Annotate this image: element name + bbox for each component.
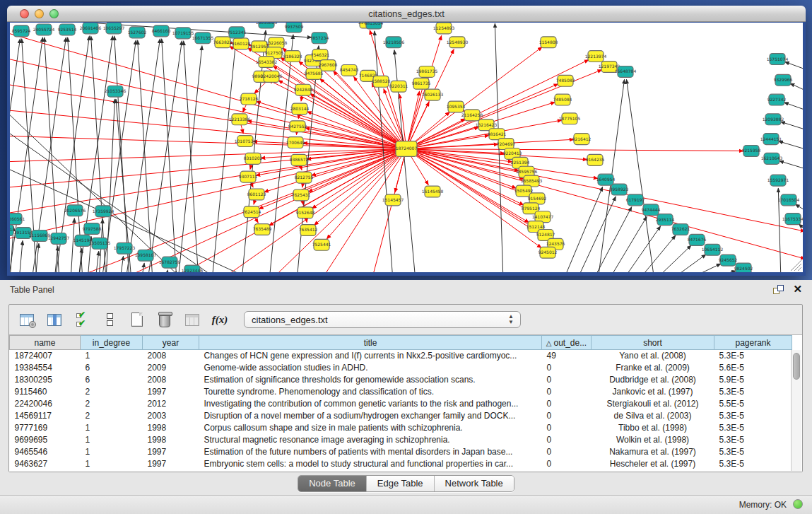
yellow-node[interactable]: 18775105 — [559, 113, 581, 124]
tab-network-table[interactable]: Network Table — [434, 476, 514, 491]
teal-node[interactable]: 10719155 — [172, 28, 194, 39]
citation-edge-black[interactable] — [563, 187, 603, 272]
yellow-node[interactable]: 8220311 — [389, 81, 408, 92]
table-cell[interactable]: 2 — [81, 398, 143, 410]
citation-edge-black[interactable] — [799, 224, 803, 229]
table-row[interactable]: 969969511998Structural magnetic resonanc… — [10, 434, 792, 446]
table-cell[interactable]: Disruption of a novel member of a sodium… — [199, 410, 542, 422]
yellow-node[interactable]: 12548930 — [447, 37, 469, 48]
table-cell[interactable]: 5.3E-5 — [714, 422, 792, 434]
yellow-node[interactable]: 7525441 — [312, 239, 331, 250]
table-cell[interactable]: 1 — [81, 458, 143, 470]
table-row[interactable]: 1830029562008Estimation of significance … — [10, 374, 792, 386]
yellow-node[interactable]: 2718126 — [240, 93, 259, 105]
teal-node[interactable]: 8595724 — [12, 25, 31, 37]
teal-node[interactable]: 17016504 — [778, 194, 800, 206]
table-row[interactable]: 1456911722003Disruption of a novel membe… — [10, 410, 792, 422]
yellow-node[interactable]: 15145457 — [382, 194, 404, 206]
table-cell[interactable]: 18300295 — [10, 374, 81, 386]
teal-node[interactable]: 16782759 — [159, 257, 181, 268]
column-header-pagerank[interactable]: pagerank — [714, 336, 792, 350]
yellow-node[interactable]: 1588520 — [372, 76, 391, 87]
table-row[interactable]: 911546021997Tourette syndrome. Phenomeno… — [10, 386, 792, 398]
citation-edge-red[interactable] — [148, 148, 406, 272]
teal-node[interactable]: 9824502 — [734, 263, 753, 272]
yellow-node[interactable]: 8216412 — [572, 134, 592, 145]
select-rows-icon[interactable]: ✔ ✔ — [73, 310, 91, 329]
table-cell[interactable]: 2 — [81, 410, 143, 422]
teal-node[interactable]: 9797588 — [83, 223, 102, 235]
close-panel-icon[interactable]: ✕ — [793, 283, 802, 296]
yellow-node[interactable]: 8601123 — [247, 189, 266, 200]
table-cell[interactable]: 1 — [81, 350, 143, 362]
scrollbar-thumb[interactable] — [793, 353, 800, 380]
yellow-node[interactable]: 9386572 — [290, 154, 309, 165]
citation-edge-black[interactable] — [10, 107, 213, 272]
table-cell[interactable]: Tibbo et al. (1998) — [592, 422, 714, 434]
column-header-in_degree[interactable]: in_degree — [81, 336, 143, 350]
teal-node[interactable]: 19218506 — [383, 37, 405, 48]
table-cell[interactable]: Investigating the contribution of common… — [199, 398, 542, 410]
table-row[interactable]: 2242004622012Investigating the contribut… — [10, 398, 792, 410]
table-cell[interactable]: 9115460 — [10, 386, 81, 398]
teal-node[interactable]: 7512345 — [228, 27, 247, 38]
teal-node[interactable]: 10655297 — [103, 23, 125, 34]
table-row[interactable]: 946362711997Embryonic stem cells: a mode… — [10, 458, 792, 470]
citation-edge-black[interactable] — [784, 62, 803, 69]
table-cell[interactable]: Structural magnetic resonance image aver… — [199, 434, 542, 446]
table-cell[interactable]: 1997 — [143, 446, 199, 458]
table-cell[interactable]: 0 — [542, 362, 592, 374]
citation-edge-black[interactable] — [623, 226, 661, 272]
teal-node[interactable]: 1527602 — [128, 27, 147, 38]
table-cell[interactable]: 5.3E-5 — [714, 434, 792, 446]
table-row[interactable]: 946554611997Estimation of the future num… — [10, 446, 792, 458]
teal-node[interactable]: 15751074 — [767, 54, 789, 65]
citation-edge-black[interactable] — [120, 256, 124, 272]
table-cell[interactable]: 0 — [542, 458, 592, 470]
yellow-node[interactable]: 9861735 — [412, 78, 431, 89]
citation-edge-black[interactable] — [638, 235, 676, 272]
table-cell[interactable]: 0 — [542, 434, 592, 446]
teal-node[interactable]: 17957223 — [114, 243, 136, 254]
yellow-node[interactable]: 8212755 — [295, 172, 314, 183]
table-cell[interactable]: Dudbridge et al. (2008) — [592, 374, 714, 386]
network-canvas[interactable]: 1872400776638229160128891295413226058912… — [10, 23, 803, 272]
teal-node[interactable]: 8466160 — [152, 25, 171, 37]
citation-network-graph[interactable]: 1872400776638229160128891295413226058912… — [10, 23, 803, 272]
yellow-node[interactable]: 7485084 — [553, 94, 572, 105]
citation-edge-black[interactable] — [162, 39, 177, 272]
teal-node[interactable]: 9329966 — [774, 74, 793, 86]
yellow-node[interactable]: 8310202 — [244, 153, 263, 164]
table-cell[interactable]: 2009 — [143, 362, 199, 374]
yellow-node[interactable]: 1154808 — [539, 37, 558, 48]
table-cell[interactable]: Estimation of the future numbers of pati… — [199, 446, 542, 458]
yellow-node[interactable]: 7663822 — [213, 37, 233, 48]
citation-edge-black[interactable] — [91, 36, 106, 272]
citation-edge-black[interactable] — [795, 204, 803, 210]
teal-node[interactable]: 9245652 — [719, 255, 738, 266]
teal-node[interactable]: 12444151 — [760, 134, 782, 145]
function-builder-icon[interactable]: f(x) — [211, 310, 229, 329]
yellow-node[interactable]: 7485083 — [556, 75, 575, 86]
citation-edge-black[interactable] — [71, 218, 74, 272]
table-cell[interactable]: 14569117 — [10, 410, 81, 422]
yellow-node[interactable]: 7635489 — [253, 224, 272, 235]
citation-edge-black[interactable] — [165, 270, 168, 272]
teal-node[interactable]: 2935114 — [656, 214, 675, 226]
tab-edge-table[interactable]: Edge Table — [366, 476, 434, 491]
yellow-node[interactable]: 9475685 — [305, 68, 324, 79]
teal-node[interactable]: 24055724 — [33, 24, 55, 35]
table-cell[interactable]: Franke et al. (2009) — [592, 362, 714, 374]
citation-edge-red[interactable] — [10, 148, 406, 162]
citation-edge-black[interactable] — [670, 255, 706, 272]
table-cell[interactable]: 6 — [81, 362, 143, 374]
citation-edge-black[interactable] — [608, 216, 647, 272]
table-select-dropdown[interactable]: citations_edges.txt ▲▼ — [244, 311, 521, 328]
network-window-titlebar[interactable]: citations_edges.txt — [7, 6, 806, 22]
citation-edge-red[interactable] — [10, 148, 406, 245]
teal-node[interactable]: 9474444 — [642, 204, 661, 216]
yellow-node[interactable]: 9160128 — [232, 38, 251, 49]
citation-edge-black[interactable] — [114, 36, 129, 272]
yellow-node[interactable]: 21164258 — [461, 110, 483, 121]
citation-edge-red[interactable] — [35, 148, 406, 272]
